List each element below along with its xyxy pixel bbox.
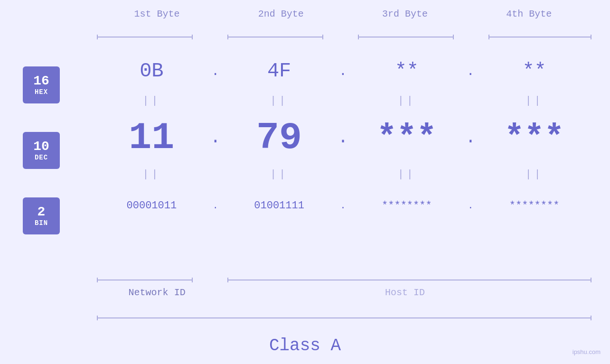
watermark: ipshu.com: [572, 348, 601, 355]
bin-byte3: ********: [350, 200, 464, 212]
eq1-byte1: ||: [95, 95, 208, 107]
byte1-header: 1st Byte: [95, 9, 219, 19]
dec-row: 11 . 79 . *** . ***: [95, 112, 591, 164]
dec-byte4: ***: [478, 119, 591, 157]
hex-dot1: .: [208, 64, 223, 79]
dec-dot3: .: [463, 128, 478, 148]
eq2-byte4: ||: [478, 168, 591, 180]
hex-byte2: 4F: [223, 60, 336, 83]
main-container: 1st Byte 2nd Byte 3rd Byte 4th Byte 16 H…: [0, 0, 610, 364]
eq1-byte4: ||: [478, 95, 591, 107]
bin-dot1: .: [208, 200, 223, 211]
dec-byte1: 11: [95, 116, 208, 159]
byte2-header: 2nd Byte: [219, 9, 343, 19]
base-badges: 16 HEX 10 DEC 2 BIN: [23, 66, 60, 234]
hex-badge-label: HEX: [35, 88, 48, 96]
bin-dot2: .: [336, 200, 350, 211]
bin-byte1: 00001011: [95, 200, 208, 212]
bin-byte2: 01001111: [223, 200, 336, 212]
network-id-label: Network ID: [95, 287, 219, 298]
equals-row-2: || || || ||: [95, 166, 591, 183]
bin-dot3: .: [463, 200, 478, 211]
hex-dot3: .: [463, 64, 478, 79]
dec-badge-label: DEC: [35, 154, 48, 161]
id-labels: Network ID Host ID: [95, 287, 591, 298]
eq2-byte3: ||: [350, 168, 464, 180]
hex-badge-number: 16: [33, 74, 49, 89]
hex-byte1: 0B: [95, 60, 208, 83]
bin-badge-number: 2: [38, 205, 46, 220]
equals-row-1: || || || ||: [95, 93, 591, 109]
dec-dot1: .: [208, 128, 223, 148]
byte3-header: 3rd Byte: [343, 9, 467, 19]
class-label: Class A: [0, 336, 610, 355]
byte-headers: 1st Byte 2nd Byte 3rd Byte 4th Byte: [95, 9, 591, 19]
hex-byte4: **: [478, 60, 591, 83]
byte4-header: 4th Byte: [467, 9, 591, 19]
eq2-byte2: ||: [223, 168, 336, 180]
eq2-byte1: ||: [95, 168, 208, 180]
bin-badge-label: BIN: [35, 219, 48, 227]
hex-badge: 16 HEX: [23, 66, 60, 103]
dec-badge: 10 DEC: [23, 132, 60, 169]
bin-badge: 2 BIN: [23, 197, 60, 234]
hex-byte3: **: [350, 60, 464, 83]
hex-dot2: .: [336, 64, 350, 79]
bin-byte4: ********: [478, 200, 591, 212]
dec-badge-number: 10: [33, 140, 49, 154]
eq1-byte2: ||: [223, 95, 336, 107]
dec-byte3: ***: [350, 119, 464, 157]
eq1-byte3: ||: [350, 95, 464, 107]
dec-dot2: .: [336, 128, 350, 148]
bin-row: 00001011 . 01001111 . ******** . *******…: [95, 187, 591, 224]
hex-row: 0B . 4F . ** . **: [95, 52, 591, 90]
host-id-label: Host ID: [219, 287, 591, 298]
dec-byte2: 79: [223, 116, 336, 159]
